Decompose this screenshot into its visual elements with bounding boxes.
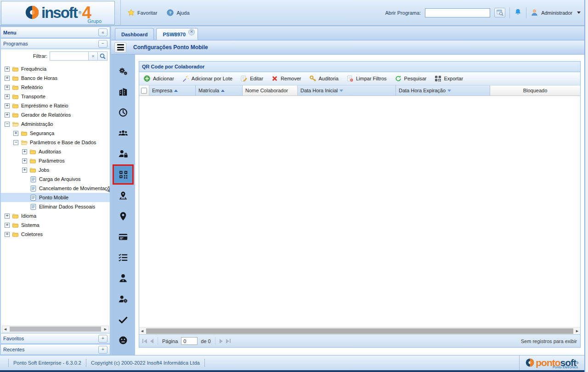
tree-item-jobs[interactable]: +Jobs	[1, 165, 110, 175]
tree-item-banco-de-horas[interactable]: +Banco de Horas	[1, 73, 110, 83]
filter-dropdown-icon[interactable]	[447, 90, 451, 92]
tree-item-gerador-de-relatorios[interactable]: +Gerador de Relatórios	[1, 110, 110, 119]
close-icon[interactable]: ✕	[188, 29, 195, 35]
expand-node-icon[interactable]: +	[5, 76, 10, 81]
expand-node-icon[interactable]: +	[5, 113, 10, 118]
tab-dashboard[interactable]: Dashboard	[115, 28, 154, 40]
column-header-bloqueado[interactable]: Bloqueado	[490, 85, 580, 96]
strip-item-teams[interactable]	[113, 123, 134, 143]
hamburger-menu-button[interactable]	[114, 42, 126, 53]
expand-node-icon[interactable]: +	[5, 67, 10, 72]
sidebar-horizontal-scrollbar[interactable]: ◀ ▶	[2, 326, 109, 333]
program-lookup-button[interactable]	[494, 8, 505, 17]
filter-dropdown-icon[interactable]	[339, 90, 343, 92]
folder-icon	[20, 130, 28, 137]
notifications-button[interactable]	[514, 8, 522, 17]
favorite-button[interactable]: Favoritar	[127, 9, 157, 17]
select-all-checkbox[interactable]	[141, 88, 147, 94]
column-header-data-hora-expiracao[interactable]: Data Hora Expiração	[396, 85, 490, 96]
column-header-data-hora-inicial[interactable]: Data Hora Inicial	[298, 85, 396, 96]
tree-item-auditorias[interactable]: +Auditorias	[1, 147, 110, 156]
tree-item-sistema[interactable]: +Sistema	[1, 220, 110, 230]
strip-item-company[interactable]	[113, 81, 134, 102]
toolbar-button-adicionar[interactable]: Adicionar	[143, 75, 174, 82]
strip-item-employee[interactable]	[113, 268, 134, 288]
scroll-left-icon[interactable]: ◀	[2, 327, 8, 331]
toolbar-button-adicionar-por-lote[interactable]: Adicionar por Lote	[182, 75, 232, 82]
tree-item-eliminar-dados-pessoais[interactable]: Eliminar Dados Pessoais	[1, 202, 110, 211]
filter-clear-button[interactable]: ×	[88, 51, 98, 61]
tree-item-idioma[interactable]: +Idioma	[1, 211, 110, 220]
expand-node-icon[interactable]: +	[5, 103, 10, 108]
expand-node-icon[interactable]: +	[5, 232, 10, 237]
tree-item-emprestimo-e-rateio[interactable]: +Empréstimo e Rateio	[1, 101, 110, 110]
tree-item-cancelamento-de-movimentacoes[interactable]: Cancelamento de Movimentações	[1, 184, 110, 193]
column-header-empresa[interactable]: Empresa	[149, 85, 196, 96]
toolbar-button-limpar-filtros[interactable]: Limpar Filtros	[346, 75, 387, 82]
scrollbar-thumb[interactable]	[146, 328, 573, 334]
strip-item-user-lock[interactable]	[113, 143, 134, 164]
tree-item-ponto-mobile[interactable]: Ponto Mobile	[1, 193, 110, 202]
toolbar-button-editar[interactable]: Editar	[240, 75, 263, 82]
first-page-button[interactable]	[142, 339, 147, 344]
tree-item-coletores[interactable]: +Coletores	[1, 230, 110, 239]
expand-node-icon[interactable]: +	[5, 214, 10, 219]
column-header-matricula[interactable]: Matrícula	[196, 85, 243, 96]
strip-item-checklist[interactable]	[113, 247, 134, 268]
strip-item-users-settings[interactable]	[113, 288, 134, 309]
help-button[interactable]: ? Ajuda	[166, 9, 189, 17]
strip-item-mood[interactable]	[113, 330, 134, 350]
scrollbar-thumb[interactable]	[10, 327, 101, 332]
strip-item-settings[interactable]	[113, 61, 134, 81]
expand-node-icon[interactable]: +	[5, 94, 10, 99]
recents-expand-button[interactable]: +	[98, 346, 107, 354]
scroll-right-icon[interactable]: ▶	[102, 327, 108, 331]
toolbar-button-auditoria[interactable]: Auditoria	[309, 75, 339, 82]
programs-collapse-button[interactable]: −	[98, 40, 107, 48]
strip-item-card[interactable]	[113, 226, 134, 247]
grid-horizontal-scrollbar[interactable]: ◀ ▶	[139, 327, 580, 334]
tree-item-carga-de-arquivos[interactable]: Carga de Arquivos	[1, 175, 110, 184]
collapse-node-icon[interactable]: −	[5, 122, 10, 127]
expand-node-icon[interactable]: +	[13, 131, 18, 136]
tree-item-refeitorio[interactable]: +Refeitório	[1, 83, 110, 92]
tree-item-administracao[interactable]: −Administração	[1, 119, 110, 129]
scroll-left-icon[interactable]: ◀	[139, 329, 145, 333]
expand-node-icon[interactable]: +	[22, 149, 27, 154]
strip-item-approve[interactable]	[113, 309, 134, 330]
expand-node-icon[interactable]: +	[22, 158, 27, 163]
filter-search-button[interactable]	[98, 51, 107, 61]
tree-item-seguranca[interactable]: +Segurança	[1, 129, 110, 138]
strip-item-clock[interactable]	[113, 102, 134, 123]
strip-item-map-users[interactable]	[113, 185, 134, 206]
next-page-button[interactable]	[220, 339, 223, 344]
menu-collapse-button[interactable]: «	[98, 28, 107, 36]
tree-item-parametros-e-base-de-dados[interactable]: −Parâmetros e Base de Dados	[1, 138, 110, 147]
filter-input[interactable]	[50, 51, 88, 61]
toolbar-button-pesquisar[interactable]: Pesquisar	[395, 75, 427, 82]
user-menu-button[interactable]: Administrador	[531, 9, 581, 17]
column-header-nome-colaborador[interactable]: Nome Colaborador	[243, 85, 298, 96]
strip-item-qr-code[interactable]	[113, 164, 134, 185]
expand-node-icon[interactable]: +	[22, 168, 27, 173]
tree-item-parametros[interactable]: +Parâmetros	[1, 156, 110, 165]
expand-node-icon[interactable]: +	[5, 85, 10, 90]
expand-node-icon[interactable]: +	[5, 223, 10, 228]
open-program-input[interactable]	[425, 8, 490, 17]
last-page-button[interactable]	[226, 339, 231, 344]
toolbar-button-exportar[interactable]: Exportar	[434, 75, 463, 82]
tree-item-frequencia[interactable]: +Frequência	[1, 64, 110, 73]
favorites-expand-button[interactable]: +	[98, 335, 107, 343]
insoft4-logo[interactable]: insoft®4 Grupo	[1, 1, 115, 25]
previous-page-button[interactable]	[150, 339, 153, 344]
scroll-right-icon[interactable]: ▶	[574, 329, 580, 333]
select-all-column-header[interactable]	[139, 85, 149, 96]
strip-item-location[interactable]	[113, 206, 134, 226]
tree-item-transporte[interactable]: +Transporte	[1, 92, 110, 101]
collapse-node-icon[interactable]: −	[13, 140, 18, 145]
toolbar-button-remover[interactable]: Remover	[271, 75, 301, 82]
page-number-input[interactable]	[181, 337, 198, 345]
folder-icon	[29, 148, 37, 155]
sidebar-splitter-handle[interactable]: ◀	[107, 189, 110, 193]
tab-psw8970[interactable]: PSW8970 ✕	[156, 28, 198, 40]
